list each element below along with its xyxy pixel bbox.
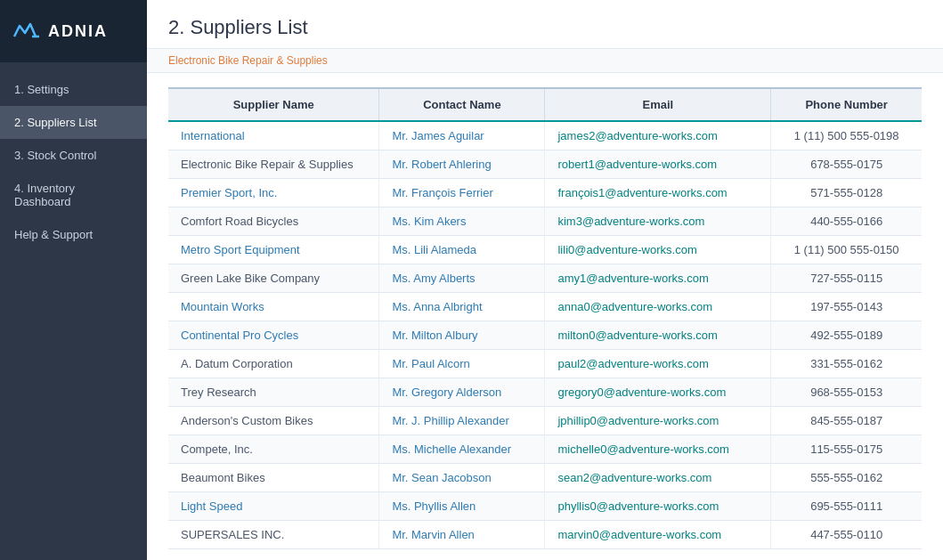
contact-name-link[interactable]: Mr. J. Phillip Alexander (392, 414, 509, 427)
supplier-name-cell: Electronic Bike Repair & Supplies (168, 150, 379, 179)
email-link[interactable]: paul2@adventure-works.com (557, 357, 708, 370)
phone-cell: 331-555-0162 (771, 350, 922, 378)
contact-name-link[interactable]: Mr. Paul Alcorn (392, 357, 469, 370)
email-cell: sean2@adventure-works.com (545, 464, 771, 492)
phone-cell: 678-555-0175 (771, 150, 922, 179)
phone-cell: 695-555-0111 (771, 492, 922, 521)
contact-name-cell: Mr. Paul Alcorn (379, 350, 545, 378)
contact-name-link[interactable]: Ms. Lili Alameda (392, 243, 476, 256)
contact-name-link[interactable]: Ms. Kim Akers (392, 215, 466, 228)
contact-name-cell: Mr. Gregory Alderson (379, 378, 545, 407)
supplier-name-cell: Premier Sport, Inc. (168, 179, 379, 207)
table-row: Green Lake Bike CompanyMs. Amy Albertsam… (168, 264, 922, 293)
email-link[interactable]: james2@adventure-works.com (557, 129, 717, 142)
table-row: Mountain WorksMs. Anna Albrightanna0@adv… (168, 293, 922, 321)
email-cell: james2@adventure-works.com (545, 121, 771, 150)
contact-name-link[interactable]: Mr. François Ferrier (392, 186, 492, 199)
supplier-name-link[interactable]: Mountain Works (181, 300, 264, 313)
table-row: InternationalMr. James Aguilarjames2@adv… (168, 121, 922, 150)
email-link[interactable]: lili0@adventure-works.com (557, 243, 696, 256)
table-row: Continental Pro CyclesMr. Milton Alburym… (168, 321, 922, 350)
logo-text: ADNIA (48, 22, 108, 41)
col-header-contact: Contact Name (379, 88, 545, 121)
supplier-name-cell: Anderson's Custom Bikes (168, 407, 379, 435)
supplier-name-link[interactable]: Metro Sport Equipment (181, 243, 300, 256)
email-link[interactable]: françois1@adventure-works.com (557, 186, 727, 199)
supplier-name-cell: Beaumont Bikes (168, 464, 379, 492)
email-link[interactable]: kim3@adventure-works.com (557, 215, 704, 228)
supplier-name-cell: Light Speed (168, 492, 379, 521)
contact-name-cell: Mr. Sean Jacobson (379, 464, 545, 492)
adnia-logo-icon (12, 20, 41, 42)
phone-cell: 197-555-0143 (771, 293, 922, 321)
email-link[interactable]: anna0@adventure-works.com (557, 300, 712, 313)
email-cell: paul2@adventure-works.com (545, 350, 771, 378)
page-title: 2. Suppliers List (168, 16, 922, 39)
contact-name-cell: Mr. James Aguilar (379, 121, 545, 150)
supplier-name-cell: Comfort Road Bicycles (168, 207, 379, 236)
sidebar-item-settings[interactable]: 1. Settings (0, 73, 147, 106)
table-row: SUPERSALES INC.Mr. Marvin Allenmarvin0@a… (168, 521, 922, 549)
phone-cell: 555-555-0162 (771, 464, 922, 492)
contact-name-cell: Mr. Robert Ahlering (379, 150, 545, 179)
email-link[interactable]: gregory0@adventure-works.com (557, 386, 726, 399)
contact-name-link[interactable]: Mr. Robert Ahlering (392, 158, 491, 171)
email-link[interactable]: milton0@adventure-works.com (557, 329, 717, 342)
table-row: Trey ResearchMr. Gregory Aldersongregory… (168, 378, 922, 407)
breadcrumb-text: Electronic Bike Repair & Supplies (168, 54, 328, 67)
contact-name-link[interactable]: Ms. Amy Alberts (392, 272, 475, 285)
table-row: Premier Sport, Inc.Mr. François Ferrierf… (168, 179, 922, 207)
phone-cell: 1 (11) 500 555-0150 (771, 236, 922, 264)
suppliers-table: Supplier Name Contact Name Email Phone N… (168, 87, 922, 549)
email-link[interactable]: robert1@adventure-works.com (557, 158, 717, 171)
contact-name-cell: Ms. Kim Akers (379, 207, 545, 236)
phone-cell: 115-555-0175 (771, 435, 922, 464)
email-link[interactable]: amy1@adventure-works.com (557, 272, 708, 285)
contact-name-cell: Ms. Amy Alberts (379, 264, 545, 293)
contact-name-link[interactable]: Mr. Sean Jacobson (392, 471, 491, 484)
email-link[interactable]: jphillip0@adventure-works.com (557, 414, 719, 427)
email-link[interactable]: sean2@adventure-works.com (557, 471, 711, 484)
main-content: 2. Suppliers List Electronic Bike Repair… (147, 0, 943, 560)
phone-cell: 968-555-0153 (771, 378, 922, 407)
supplier-name-cell: Mountain Works (168, 293, 379, 321)
email-cell: françois1@adventure-works.com (545, 179, 771, 207)
contact-name-link[interactable]: Ms. Anna Albright (392, 300, 482, 313)
table-row: Comfort Road BicyclesMs. Kim Akerskim3@a… (168, 207, 922, 236)
supplier-name-cell: Continental Pro Cycles (168, 321, 379, 350)
email-link[interactable]: marvin0@adventure-works.com (557, 528, 721, 541)
email-link[interactable]: michelle0@adventure-works.com (557, 442, 728, 456)
email-link[interactable]: phyllis0@adventure-works.com (557, 499, 719, 513)
table-row: Light SpeedMs. Phyllis Allenphyllis0@adv… (168, 492, 922, 521)
contact-name-link[interactable]: Mr. Milton Albury (392, 329, 477, 342)
col-header-email: Email (545, 88, 771, 121)
supplier-name-link[interactable]: Continental Pro Cycles (181, 329, 298, 342)
contact-name-link[interactable]: Mr. James Aguilar (392, 129, 484, 142)
supplier-name-cell: Green Lake Bike Company (168, 264, 379, 293)
contact-name-cell: Mr. Marvin Allen (379, 521, 545, 549)
phone-cell: 845-555-0187 (771, 407, 922, 435)
phone-cell: 492-555-0189 (771, 321, 922, 350)
supplier-name-link[interactable]: Premier Sport, Inc. (181, 186, 277, 199)
supplier-name-link[interactable]: International (181, 129, 245, 142)
sidebar-item-stock-control[interactable]: 3. Stock Control (0, 139, 147, 172)
table-row: Beaumont BikesMr. Sean Jacobsonsean2@adv… (168, 464, 922, 492)
supplier-name-cell: Compete, Inc. (168, 435, 379, 464)
phone-cell: 571-555-0128 (771, 179, 922, 207)
email-cell: anna0@adventure-works.com (545, 293, 771, 321)
sidebar-item-inventory-dashboard[interactable]: 4. Inventory Dashboard (0, 172, 147, 218)
contact-name-link[interactable]: Ms. Phyllis Allen (392, 499, 476, 513)
phone-cell: 1 (11) 500 555-0198 (771, 121, 922, 150)
sidebar-item-help-support[interactable]: Help & Support (0, 218, 147, 251)
contact-name-cell: Mr. Milton Albury (379, 321, 545, 350)
contact-name-link[interactable]: Mr. Marvin Allen (392, 528, 474, 541)
supplier-name-link[interactable]: Light Speed (181, 499, 242, 513)
content-area: Supplier Name Contact Name Email Phone N… (147, 73, 943, 560)
contact-name-link[interactable]: Mr. Gregory Alderson (392, 386, 501, 399)
sidebar-item-suppliers-list[interactable]: 2. Suppliers List (0, 106, 147, 139)
table-row: Metro Sport EquipmentMs. Lili Alamedalil… (168, 236, 922, 264)
breadcrumb: Electronic Bike Repair & Supplies (147, 49, 943, 73)
contact-name-link[interactable]: Ms. Michelle Alexander (392, 442, 511, 456)
supplier-name-cell: Metro Sport Equipment (168, 236, 379, 264)
email-cell: amy1@adventure-works.com (545, 264, 771, 293)
